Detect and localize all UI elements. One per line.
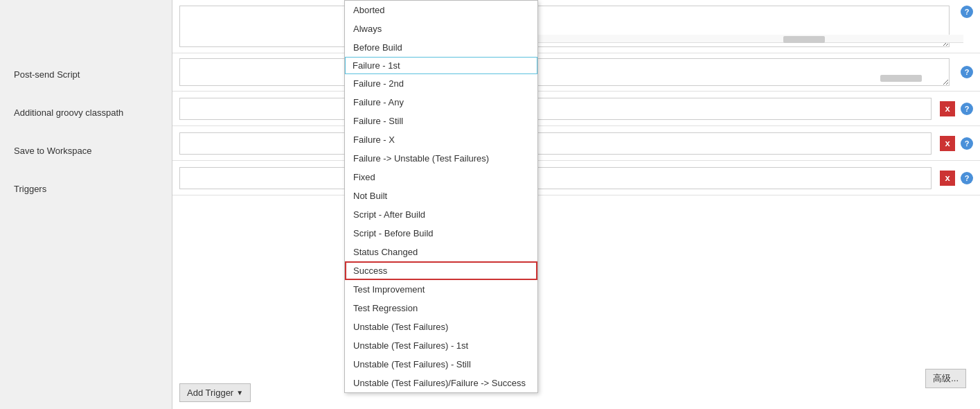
delete-btn-3[interactable]: x	[940, 101, 955, 116]
dropdown-item-status-changed[interactable]: Status Changed	[345, 243, 537, 261]
dropdown-item-failure-unstable[interactable]: Failure -> Unstable (Test Failures)	[345, 149, 537, 168]
dropdown-item-success[interactable]: Success	[345, 261, 537, 280]
dropdown-item-failure-still[interactable]: Failure - Still	[345, 112, 537, 130]
dropdown-item-failure-any[interactable]: Failure - Any	[345, 93, 537, 112]
sidebar: Post-send Script Additional groovy class…	[0, 0, 172, 409]
advanced-button[interactable]: 高级...	[925, 369, 966, 388]
save-to-workspace-input[interactable]	[179, 98, 932, 120]
row-right-3: x ?	[936, 101, 973, 116]
dropdown-item-unstable-failure-success[interactable]: Unstable (Test Failures)/Failure -> Succ…	[345, 374, 537, 392]
trigger-2-input[interactable]	[179, 167, 932, 189]
delete-btn-5[interactable]: x	[940, 171, 955, 186]
dropdown-item-unstable-test-failures-still[interactable]: Unstable (Test Failures) - Still	[345, 355, 537, 374]
row-trigger-2: x ?	[172, 161, 980, 195]
row-save-to-workspace: x ?	[172, 92, 980, 126]
trigger-1-input[interactable]	[179, 132, 932, 155]
dropdown-item-unstable-test-failures-1st[interactable]: Unstable (Test Failures) - 1st	[345, 336, 537, 355]
dropdown-overlay: AbortedAlwaysBefore BuildFailure - 1stFa…	[344, 0, 538, 393]
dropdown-item-always[interactable]: Always	[345, 19, 537, 38]
dropdown-item-failure-1st[interactable]: Failure - 1st	[345, 57, 537, 74]
main-layout: Post-send Script Additional groovy class…	[0, 0, 980, 409]
dropdown-item-failure-2nd[interactable]: Failure - 2nd	[345, 74, 537, 93]
content-area: ? ? x ? x ?	[172, 0, 980, 409]
dropdown-item-test-improvement[interactable]: Test Improvement	[345, 280, 537, 299]
dropdown-list: AbortedAlwaysBefore BuildFailure - 1stFa…	[344, 0, 538, 393]
dropdown-item-unstable-test-failures[interactable]: Unstable (Test Failures)	[345, 317, 537, 336]
dropdown-item-fixed[interactable]: Fixed	[345, 168, 537, 186]
dropdown-item-aborted[interactable]: Aborted	[345, 1, 537, 19]
scrollbar-thumb-2[interactable]	[880, 75, 922, 82]
add-trigger-label: Add Trigger	[187, 388, 233, 398]
row-post-send-script: ?	[172, 0, 980, 53]
dropdown-item-script-before-build[interactable]: Script - Before Build	[345, 224, 537, 243]
dropdown-item-failure-x[interactable]: Failure - X	[345, 130, 537, 149]
help-icon-save[interactable]: ?	[961, 103, 973, 115]
add-trigger-button[interactable]: Add Trigger ▼	[179, 383, 251, 402]
help-icon-trigger2[interactable]: ?	[961, 172, 973, 184]
sidebar-item-post-send-script: Post-send Script	[14, 69, 158, 80]
row-right-4: x ?	[936, 136, 973, 151]
dropdown-item-not-built[interactable]: Not Built	[345, 186, 537, 205]
row-trigger-1: x ?	[172, 126, 980, 161]
dropdown-item-test-regression[interactable]: Test Regression	[345, 299, 537, 317]
dropdown-item-script-after-build[interactable]: Script - After Build	[345, 205, 537, 224]
sidebar-item-triggers: Triggers	[14, 184, 158, 194]
dropdown-item-before-build[interactable]: Before Build	[345, 38, 537, 57]
sidebar-item-additional-groovy: Additional groovy classpath	[14, 107, 158, 118]
delete-btn-4[interactable]: x	[940, 136, 955, 151]
sidebar-item-save-to-workspace: Save to Workspace	[14, 146, 158, 156]
row-additional-groovy: ?	[172, 53, 980, 92]
add-trigger-wrap: Add Trigger ▼	[179, 383, 251, 402]
bottom-bar: 高级...	[925, 369, 966, 388]
add-trigger-arrow-icon: ▼	[236, 389, 243, 397]
help-icon-trigger1[interactable]: ?	[961, 137, 973, 150]
scrollbar-thumb[interactable]	[783, 36, 825, 43]
row-right-5: x ?	[936, 171, 973, 186]
help-icon-post-send[interactable]: ?	[961, 6, 973, 18]
